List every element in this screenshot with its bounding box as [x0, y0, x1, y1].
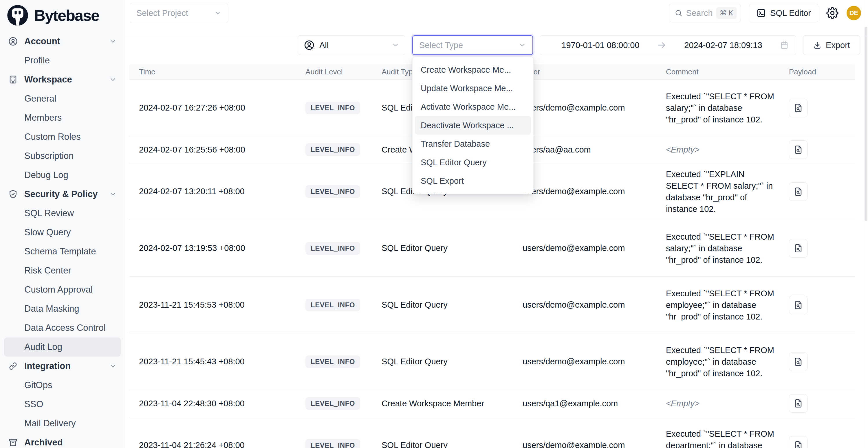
- chevron-down-icon: [109, 362, 117, 370]
- cell-actor: users/demo@example.com: [523, 187, 666, 196]
- sidebar-item-profile[interactable]: Profile: [4, 51, 121, 70]
- sidebar-item-slow-query[interactable]: Slow Query: [4, 223, 121, 242]
- cell-time: 2023-11-21 15:45:43 +08:00: [139, 357, 305, 366]
- cell-comment: Executed `"SELECT * FROM department;"` i…: [666, 428, 782, 448]
- sql-editor-button[interactable]: SQL Editor: [749, 4, 818, 22]
- building-icon: [8, 75, 18, 85]
- column-header-time: Time: [139, 67, 305, 76]
- sidebar-item-data-access-control[interactable]: Data Access Control: [4, 318, 121, 338]
- sidebar-item-risk-center[interactable]: Risk Center: [4, 261, 121, 280]
- date-to-value[interactable]: 2024-02-07 18:09:13: [670, 40, 777, 50]
- actor-filter-select[interactable]: All: [298, 35, 405, 55]
- settings-gear-icon[interactable]: [826, 7, 838, 19]
- table-row: 2023-11-21 15:45:43 +08:00 LEVEL_INFO SQ…: [129, 333, 855, 390]
- chevron-down-icon: [519, 41, 526, 49]
- menu-item-activate-workspace-member[interactable]: Activate Workspace Me...: [412, 98, 533, 116]
- sidebar-item-schema-template[interactable]: Schema Template: [4, 242, 121, 261]
- table-row: 2023-11-04 21:26:24 +08:00 LEVEL_INFO SQ…: [129, 417, 855, 448]
- sidebar-item-members[interactable]: Members: [4, 108, 121, 127]
- sidebar-item-sso[interactable]: SSO: [4, 395, 121, 414]
- chevron-down-icon: [109, 190, 117, 198]
- search-input[interactable]: Search ⌘ K: [669, 4, 741, 22]
- view-payload-button[interactable]: [789, 99, 807, 117]
- audit-level-badge: LEVEL_INFO: [305, 242, 360, 255]
- audit-level-badge: LEVEL_INFO: [305, 439, 360, 448]
- bytebase-logo[interactable]: Bytebase: [0, 0, 125, 28]
- menu-item-transfer-database[interactable]: Transfer Database: [412, 135, 533, 153]
- view-payload-button[interactable]: [789, 140, 807, 159]
- cell-actor: users/qa1@example.com: [523, 399, 666, 408]
- chevron-down-icon: [109, 76, 117, 83]
- menu-item-deactivate-workspace-member[interactable]: Deactivate Workspace ...: [415, 116, 531, 135]
- view-payload-button[interactable]: [789, 394, 807, 413]
- sidebar-item-sql-review[interactable]: SQL Review: [4, 204, 121, 223]
- vertical-scrollbar[interactable]: [864, 0, 868, 448]
- view-payload-button[interactable]: [789, 239, 807, 258]
- table-row: 2023-11-04 22:48:30 +08:00 LEVEL_INFO Cr…: [129, 390, 855, 417]
- chevron-down-icon: [392, 41, 399, 49]
- cell-actor: users/demo@example.com: [523, 441, 666, 448]
- type-filter-menu: Create Workspace Me... Update Workspace …: [412, 57, 534, 194]
- table-row: 2023-11-21 15:45:53 +08:00 LEVEL_INFO SQ…: [129, 277, 855, 333]
- cell-comment: Executed `"SELECT * FROM salary;"` in da…: [666, 91, 782, 125]
- cell-comment: Executed `"EXPLAIN SELECT * FROM salary;…: [666, 168, 782, 215]
- sidebar-item-custom-roles[interactable]: Custom Roles: [4, 127, 121, 147]
- sidebar-item-archived[interactable]: Archived: [4, 433, 121, 448]
- cell-actor: users/demo@example.com: [523, 357, 666, 366]
- view-payload-button[interactable]: [789, 436, 807, 448]
- cell-audit-type: SQL Editor Query: [381, 300, 523, 310]
- date-from-value[interactable]: 1970-01-01 08:00:00: [547, 40, 654, 50]
- sidebar-item-gitops[interactable]: GitOps: [4, 376, 121, 395]
- brand-name: Bytebase: [34, 6, 99, 24]
- user-avatar[interactable]: DE: [846, 6, 861, 20]
- type-filter-placeholder: Select Type: [419, 40, 519, 50]
- sidebar-item-mail-delivery[interactable]: Mail Delivery: [4, 414, 121, 433]
- view-payload-button[interactable]: [789, 352, 807, 371]
- audit-level-badge: LEVEL_INFO: [305, 299, 360, 311]
- file-search-icon: [793, 244, 803, 253]
- cell-time: 2023-11-21 15:45:53 +08:00: [139, 300, 305, 310]
- chevron-down-icon: [109, 38, 117, 45]
- cell-time: 2024-02-07 16:27:26 +08:00: [139, 103, 305, 113]
- cell-time: 2024-02-07 13:20:11 +08:00: [139, 187, 305, 196]
- sidebar-item-debug-log[interactable]: Debug Log: [4, 165, 121, 185]
- file-search-icon: [793, 398, 803, 408]
- audit-level-badge: LEVEL_INFO: [305, 102, 360, 114]
- actor-filter-value: All: [319, 40, 387, 50]
- file-search-icon: [793, 103, 803, 113]
- cell-time: 2023-11-04 22:48:30 +08:00: [139, 399, 305, 408]
- sidebar-item-workspace[interactable]: Workspace: [4, 70, 121, 89]
- menu-item-update-workspace-member[interactable]: Update Workspace Me...: [412, 79, 533, 98]
- menu-item-sql-editor-query[interactable]: SQL Editor Query: [412, 153, 533, 171]
- project-select[interactable]: Select Project: [130, 3, 228, 23]
- menu-item-create-workspace-member[interactable]: Create Workspace Me...: [412, 61, 533, 79]
- column-header-comment: Comment: [666, 67, 789, 76]
- shield-check-icon: [8, 189, 18, 199]
- user-circle-icon: [304, 40, 315, 51]
- sidebar-item-general[interactable]: General: [4, 89, 121, 108]
- sidebar-item-subscription[interactable]: Subscription: [4, 147, 121, 165]
- type-filter-select[interactable]: Select Type: [412, 35, 533, 55]
- sidebar-item-data-masking[interactable]: Data Masking: [4, 299, 121, 318]
- cell-comment: Executed `"SELECT * FROM employee;"` in …: [666, 288, 782, 322]
- scrollbar-thumb[interactable]: [865, 27, 867, 221]
- export-button[interactable]: Export: [803, 35, 860, 55]
- audit-level-badge: LEVEL_INFO: [305, 355, 360, 368]
- date-range-picker[interactable]: 1970-01-01 08:00:00 2024-02-07 18:09:13: [540, 35, 796, 55]
- view-payload-button[interactable]: [789, 296, 807, 314]
- table-row: 2024-02-07 13:19:53 +08:00 LEVEL_INFO SQ…: [129, 220, 855, 277]
- cell-comment: <Empty>: [666, 144, 782, 155]
- sidebar-item-account[interactable]: Account: [4, 32, 121, 51]
- sidebar-item-security-policy[interactable]: Security & Policy: [4, 185, 121, 204]
- calendar-icon: [780, 40, 789, 50]
- cell-actor: users/aa@aa.com: [523, 145, 666, 155]
- sidebar-item-custom-approval[interactable]: Custom Approval: [4, 280, 121, 299]
- audit-level-badge: LEVEL_INFO: [305, 143, 360, 156]
- file-search-icon: [793, 187, 803, 196]
- sidebar-item-integration[interactable]: Integration: [4, 357, 121, 376]
- sidebar-item-audit-log[interactable]: Audit Log: [4, 338, 121, 357]
- file-search-icon: [793, 441, 803, 448]
- bytebase-logo-icon: [6, 4, 29, 27]
- view-payload-button[interactable]: [789, 182, 807, 201]
- menu-item-sql-export[interactable]: SQL Export: [412, 171, 533, 190]
